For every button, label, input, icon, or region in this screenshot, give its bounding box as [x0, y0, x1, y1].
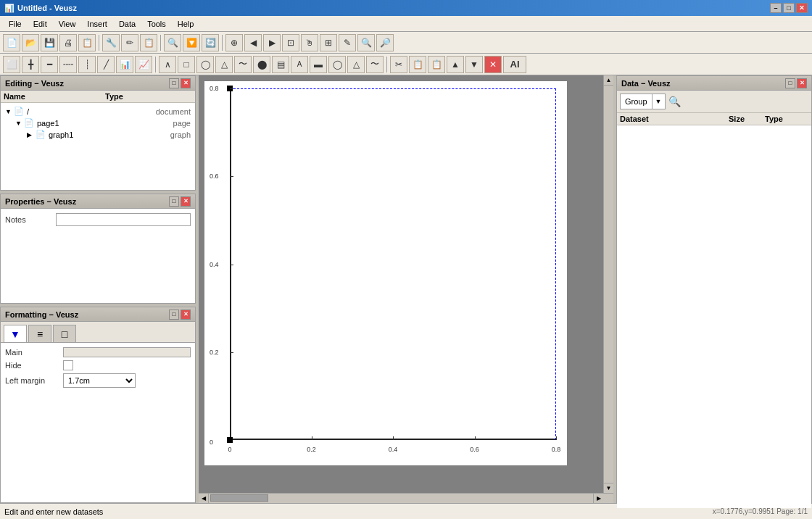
close-button[interactable]: ✕	[796, 3, 808, 13]
tb-zoom-sel[interactable]: 🔎	[376, 34, 394, 51]
menu-edit[interactable]: Edit	[28, 18, 53, 30]
graph-border	[230, 88, 556, 440]
prop-input-notes[interactable]	[56, 213, 191, 226]
tb2-copy[interactable]: 📋	[409, 56, 426, 73]
properties-close-btn[interactable]: ✕	[181, 196, 191, 207]
x-label-08: 0.8	[552, 446, 561, 453]
tree-row-page1[interactable]: ▼ 📄 page1 page	[4, 117, 192, 129]
tb-grid[interactable]: ⊞	[320, 34, 337, 51]
tb2-page[interactable]: ⬜	[3, 56, 20, 73]
tb-add[interactable]: ⊕	[225, 34, 243, 51]
tb2-down[interactable]: ▼	[465, 56, 483, 73]
tb2-axes[interactable]: ╋	[22, 56, 39, 73]
hscroll-left-btn[interactable]: ◀	[199, 494, 209, 503]
tree-arrow-graph1[interactable]: ▶	[27, 131, 36, 138]
tb-cursor[interactable]: 🖱	[301, 34, 318, 51]
fmt-row-hide: Hide	[4, 359, 192, 372]
tb2-rect[interactable]: □	[178, 56, 195, 73]
x-tick-06	[475, 436, 476, 440]
tb2-wave[interactable]: 〜	[234, 56, 252, 73]
tb-open[interactable]: 📂	[22, 34, 39, 51]
menu-data[interactable]: Data	[113, 18, 141, 30]
tb-draw[interactable]: ✎	[339, 34, 356, 51]
fmt-label-hide: Hide	[5, 361, 63, 370]
tb-dropdown[interactable]: 🔽	[183, 34, 200, 51]
canvas-vscrollbar[interactable]: ▲ ▼	[603, 75, 613, 493]
tb-edit[interactable]: ✏	[121, 34, 138, 51]
tb2-paste[interactable]: 📋	[428, 56, 445, 73]
editing-restore-btn[interactable]: □	[169, 78, 179, 88]
formatting-restore-btn[interactable]: □	[169, 310, 179, 320]
title-bar-controls[interactable]: – □ ✕	[770, 3, 808, 13]
tb2-ai[interactable]: AI	[503, 56, 526, 73]
data-search-icon[interactable]: 🔍	[668, 96, 681, 107]
x-label-06: 0.6	[470, 446, 479, 453]
tb2-hline[interactable]: ━	[41, 56, 58, 73]
data-close-btn[interactable]: ✕	[797, 78, 807, 88]
properties-restore-btn[interactable]: □	[169, 196, 179, 207]
vscroll-up-btn[interactable]: ▲	[604, 75, 613, 86]
scroll-corner	[603, 494, 613, 503]
tb2-text[interactable]: A	[291, 56, 308, 73]
minimize-button[interactable]: –	[770, 3, 782, 13]
tb-select[interactable]: ⊡	[282, 34, 299, 51]
data-group-arrow[interactable]: ▼	[652, 98, 665, 105]
tb-copy[interactable]: 📋	[140, 34, 157, 51]
fmt-row-main: Main	[4, 346, 192, 359]
tb2-ellipse[interactable]: ◯	[196, 56, 214, 73]
x-tick-04	[393, 436, 394, 440]
tb2-polygon[interactable]: ∧	[159, 56, 176, 73]
data-panel: Data − Veusz □ ✕ Group ▼ 🔍 Dataset Size …	[616, 75, 812, 503]
tb2-hatch[interactable]: ▤	[272, 56, 289, 73]
tree-arrow-page1[interactable]: ▼	[15, 120, 24, 127]
tb-new[interactable]: 📄	[3, 34, 20, 51]
tree-type-root: document	[156, 107, 191, 116]
fmt-tab-box[interactable]: □	[53, 325, 76, 342]
tree-row-root[interactable]: ▼ 📄 / document	[4, 106, 192, 117]
tb-next[interactable]: ▶	[263, 34, 281, 51]
menu-file[interactable]: File	[3, 18, 28, 30]
hscroll-right-btn[interactable]: ▶	[593, 494, 603, 503]
tree-arrow-root[interactable]: ▼	[5, 108, 14, 115]
tb2-up[interactable]: ▲	[447, 56, 464, 73]
tb2-tri2[interactable]: △	[347, 56, 365, 73]
tb2-delete[interactable]: ✕	[484, 56, 502, 73]
tb-zoom-in[interactable]: 🔍	[164, 34, 181, 51]
tb-settings[interactable]: 🔧	[102, 34, 120, 51]
menu-view[interactable]: View	[53, 18, 82, 30]
fmt-tab-main[interactable]: ▼	[4, 325, 27, 342]
fmt-tab-grid[interactable]: ≡	[28, 325, 51, 342]
tree-row-graph1[interactable]: ▶ 📄 graph1 graph	[4, 129, 192, 141]
data-restore-btn[interactable]: □	[785, 78, 795, 88]
tb2-vline[interactable]: ┊	[78, 56, 96, 73]
tb2-triangle[interactable]: △	[215, 56, 233, 73]
tb-refresh[interactable]: 🔄	[202, 34, 219, 51]
tb2-dot[interactable]: ⬤	[253, 56, 270, 73]
tb-prev[interactable]: ◀	[244, 34, 262, 51]
tb2-bar[interactable]: 📊	[116, 56, 133, 73]
data-group-select[interactable]: Group ▼	[620, 94, 666, 109]
tb2-line[interactable]: 📈	[135, 56, 152, 73]
tb2-axis[interactable]: ╌╌	[59, 56, 77, 73]
tb2-circ[interactable]: ◯	[328, 56, 346, 73]
canvas-scroll-area[interactable]: 0.8 0.6 0.4 0.2 0 0 0.2	[199, 75, 603, 493]
tb2-wave2[interactable]: 〜	[366, 56, 384, 73]
tb2-cut[interactable]: ✂	[390, 56, 407, 73]
hscroll-thumb[interactable]	[210, 494, 268, 502]
editing-close-btn[interactable]: ✕	[181, 78, 191, 88]
menu-tools[interactable]: Tools	[141, 18, 172, 30]
fmt-select-leftmargin[interactable]: 1.7cm	[63, 373, 136, 388]
menu-help[interactable]: Help	[172, 18, 200, 30]
tb-print[interactable]: 🖨	[59, 34, 77, 51]
tb2-hrule[interactable]: ▬	[310, 56, 327, 73]
menu-insert[interactable]: Insert	[81, 18, 113, 30]
fmt-checkbox-hide[interactable]	[63, 360, 73, 370]
vscroll-down-btn[interactable]: ▼	[604, 483, 613, 493]
tb2-diag[interactable]: ╱	[97, 56, 115, 73]
tb-save[interactable]: 💾	[41, 34, 58, 51]
formatting-close-btn[interactable]: ✕	[181, 310, 191, 320]
tb-export[interactable]: 📋	[78, 34, 96, 51]
tb-zoom[interactable]: 🔍	[357, 34, 375, 51]
maximize-button[interactable]: □	[783, 3, 795, 13]
origin-marker	[227, 437, 233, 443]
